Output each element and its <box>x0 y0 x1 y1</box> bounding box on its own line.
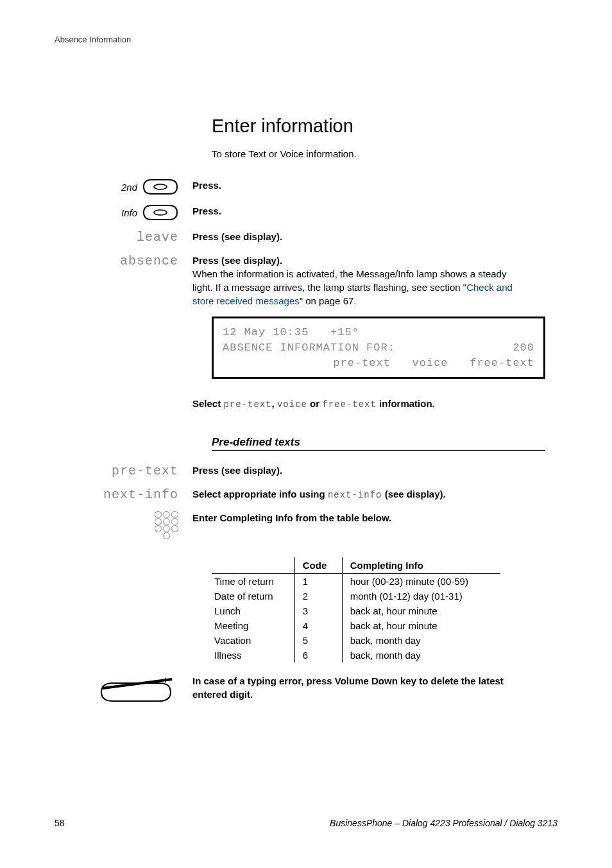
mono-pretext: pre-text <box>223 399 271 410</box>
table-row: Lunch3back at, hour minute <box>212 603 500 618</box>
action-press-display: Press (see display). <box>192 465 282 476</box>
intro-text: To store Text or Voice information. <box>212 148 612 159</box>
mono-nextinfo: next-info <box>328 490 382 500</box>
label-info: Info <box>121 207 137 218</box>
doc-title: BusinessPhone – Dialog 4223 Professional… <box>330 818 557 828</box>
step-info: Info Press. <box>0 204 612 221</box>
table-row: Time of return1hour (00-23) minute (00-5… <box>212 573 500 589</box>
select-info-line: Select pre-text, voice or free-text info… <box>0 397 612 412</box>
absence-desc-b: " on page 67. <box>300 295 357 306</box>
page-header: Absence Information <box>55 35 131 44</box>
label-leave: leave <box>137 230 178 245</box>
table-row: Illness6back, month day <box>212 648 500 663</box>
step-absence: absence Press (see display). When the in… <box>0 254 612 308</box>
step-2nd: 2nd Press. <box>0 178 612 195</box>
svg-point-1 <box>154 210 167 215</box>
page-number: 58 <box>55 818 65 828</box>
action-press-display: Press (see display). <box>192 255 282 266</box>
table-row: Vacation5back, month day <box>212 633 500 648</box>
table-header-row: Code Completing Info <box>212 557 500 574</box>
mono-voice: voice <box>277 399 307 410</box>
th-blank <box>212 557 294 574</box>
page-footer: 58 BusinessPhone – Dialog 4223 Professio… <box>55 818 557 828</box>
th-info: Completing Info <box>342 557 500 574</box>
action-press: Press. <box>192 205 221 216</box>
subhead-predefined: Pre-defined texts <box>212 436 545 451</box>
step-leave: leave Press (see display). <box>0 230 612 245</box>
label-absence: absence <box>120 254 178 268</box>
svg-point-0 <box>154 184 167 189</box>
svg-text:+: + <box>163 675 168 685</box>
table-row: Date of return2month (01-12) day (01-31) <box>212 589 500 603</box>
volume-key-icon: − + <box>95 674 178 706</box>
volume-note: In case of a typing error, press Volume … <box>192 675 504 700</box>
button-icon <box>142 178 178 195</box>
action-press-display: Press (see display). <box>192 231 282 242</box>
display-line-3: pre-text voice free-text <box>223 356 534 371</box>
display-line-2: ABSENCE INFORMATION FOR:200 <box>223 340 534 356</box>
nextinfo-b: (see display). <box>382 489 446 499</box>
step-pretext: pre-text Press (see display). <box>0 464 612 478</box>
codes-table: Code Completing Info Time of return1hour… <box>212 557 500 663</box>
table-row: Meeting4back at, hour minute <box>212 618 500 633</box>
label-2nd: 2nd <box>121 182 137 193</box>
display-line-1: 12 May 10:35 +15° <box>223 325 534 340</box>
keypad-icon <box>155 511 178 539</box>
label-nextinfo: next-info <box>103 487 178 502</box>
th-code: Code <box>294 557 342 574</box>
label-pretext: pre-text <box>112 464 178 478</box>
button-icon <box>142 204 178 221</box>
select-label: Select <box>192 398 223 409</box>
nextinfo-a: Select appropriate info using <box>192 489 328 499</box>
step-nextinfo: next-info Select appropriate info using … <box>0 487 612 502</box>
step-volume: − + In case of a typing error, press Vol… <box>0 674 612 706</box>
action-press: Press. <box>192 180 221 191</box>
mono-freetext: free-text <box>322 399 377 410</box>
action-enter-info: Enter Completing Info from the table bel… <box>192 512 391 523</box>
phone-display: 12 May 10:35 +15° ABSENCE INFORMATION FO… <box>212 317 545 379</box>
page-title: Enter information <box>212 116 612 137</box>
step-keypad: Enter Completing Info from the table bel… <box>0 511 612 539</box>
absence-desc-a: When the information is activated, the M… <box>192 268 506 293</box>
svg-text:−: − <box>106 682 112 693</box>
